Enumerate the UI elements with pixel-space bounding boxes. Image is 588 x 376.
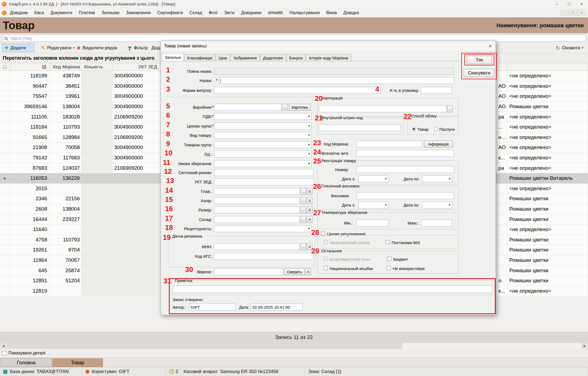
add-button[interactable]: + Додати bbox=[2, 44, 34, 52]
not-used-checkbox[interactable] bbox=[387, 266, 391, 270]
verified-input[interactable] bbox=[214, 268, 283, 275]
filter-button[interactable]: Фільтр bbox=[125, 44, 150, 52]
ukt-input[interactable] bbox=[214, 178, 313, 185]
atc-input[interactable] bbox=[214, 253, 313, 260]
dialog-tab-Додатково[interactable]: Додатково bbox=[260, 54, 286, 61]
menu-item-Склад[interactable]: Склад bbox=[186, 10, 205, 15]
dialog-tab-Загальні[interactable]: Загальні bbox=[162, 53, 184, 61]
dialog-tab-Класифікація[interactable]: Класифікація bbox=[184, 54, 215, 61]
dialog-tab-Ціни[interactable]: Ціни bbox=[216, 54, 230, 61]
footer-tab-main[interactable]: Головна bbox=[1, 358, 52, 367]
mdi-minimize-icon[interactable]: – bbox=[560, 10, 568, 16]
table-cell bbox=[112, 286, 161, 296]
full-name-input[interactable] bbox=[214, 68, 454, 75]
pack-qty-input[interactable] bbox=[421, 87, 452, 94]
delete-row-button[interactable]: × Видалити рядок bbox=[75, 44, 119, 52]
unit-select[interactable] bbox=[214, 151, 312, 157]
morion-code-input[interactable] bbox=[357, 141, 422, 147]
corporation-input[interactable] bbox=[319, 105, 446, 112]
size-clear-button[interactable]: X bbox=[307, 207, 312, 213]
menu-item-Довідник[interactable]: Довідник bbox=[7, 10, 31, 15]
color-input[interactable] bbox=[214, 197, 300, 204]
mdi-restore-icon[interactable]: □ bbox=[569, 10, 577, 16]
horizontal-scrollbar[interactable]: ◀ ▶ bbox=[0, 342, 588, 349]
morion-info-button[interactable]: Інформація bbox=[424, 141, 453, 147]
menu-item-Звіти[interactable]: Звіти bbox=[221, 10, 238, 15]
hyg-date-to-select[interactable] bbox=[422, 202, 452, 208]
menu-item-Платежі[interactable]: Платежі bbox=[75, 10, 98, 15]
conclusion-input[interactable] bbox=[357, 192, 454, 199]
producer-input[interactable] bbox=[214, 104, 282, 111]
color-browse-button[interactable]: ... bbox=[301, 197, 306, 204]
scroll-left-icon[interactable]: ◀ bbox=[1, 343, 6, 348]
release-form-input[interactable] bbox=[214, 87, 381, 94]
dialog-tab-Бонуси[interactable]: Бонуси bbox=[286, 54, 306, 61]
column-header-morion[interactable]: Код Моріона bbox=[50, 63, 82, 71]
menu-item-Довідка[interactable]: Довідка bbox=[340, 10, 362, 15]
decree-863-checkbox[interactable] bbox=[386, 240, 390, 244]
edit-button[interactable]: ✎ Редагувати ▾ bbox=[39, 44, 77, 52]
reg-date-from-select[interactable] bbox=[358, 175, 388, 182]
cashback-checkbox[interactable] bbox=[324, 266, 328, 270]
mnn-input[interactable] bbox=[214, 243, 300, 250]
minimize-icon[interactable]: – bbox=[550, 0, 563, 8]
size-browse-button[interactable]: ... bbox=[301, 207, 306, 213]
close-icon[interactable]: × bbox=[575, 0, 588, 8]
footer-tab-product[interactable]: Товар bbox=[52, 358, 103, 367]
dialog-tab-Історія коду Моріона[interactable]: Історія коду Моріона bbox=[306, 54, 351, 61]
maximize-icon[interactable]: □ bbox=[563, 0, 575, 8]
menu-item-Залишки[interactable]: Залишки bbox=[98, 10, 123, 15]
product-kind-select[interactable] bbox=[214, 132, 312, 139]
menu-item-Філії[interactable]: Філії bbox=[205, 10, 221, 15]
recipe-select[interactable] bbox=[214, 225, 312, 232]
menu-item-Сертифікати[interactable]: Сертифікати bbox=[154, 10, 186, 15]
table-cell bbox=[82, 255, 112, 265]
dialog-close-icon[interactable]: × bbox=[489, 43, 492, 49]
light-mode-input[interactable] bbox=[214, 169, 313, 176]
table-cell: <не определено> bbox=[507, 286, 588, 296]
column-header-qty[interactable]: Кількість bbox=[82, 63, 112, 71]
product-group-select[interactable] bbox=[214, 141, 312, 148]
menu-item-Вікна[interactable]: Вікна bbox=[323, 10, 340, 15]
scroll-thumb[interactable] bbox=[7, 343, 402, 348]
world-name-input[interactable] bbox=[357, 150, 454, 157]
services-radio[interactable] bbox=[434, 127, 438, 131]
vat-select[interactable] bbox=[214, 113, 312, 120]
mnn-browse-button[interactable]: ... bbox=[301, 243, 306, 250]
reg-date-to-select[interactable] bbox=[422, 175, 452, 182]
tab-underline bbox=[162, 61, 461, 61]
name-input[interactable] bbox=[219, 77, 454, 84]
verify-clear-button[interactable]: X bbox=[306, 268, 311, 275]
barcode-input[interactable] bbox=[319, 125, 401, 131]
hyg-date-from-select[interactable] bbox=[358, 202, 388, 208]
menu-item-Замовлення[interactable]: Замовлення bbox=[123, 10, 154, 15]
menu-item-Довідники[interactable]: Довідники bbox=[238, 10, 265, 15]
producer-card-button[interactable]: Карточка bbox=[289, 104, 310, 111]
price-group-select[interactable] bbox=[214, 123, 312, 129]
column-header-id[interactable]: ІД bbox=[10, 63, 50, 71]
reg-number-input[interactable] bbox=[357, 166, 454, 173]
storage-select[interactable] bbox=[214, 160, 312, 167]
refresh-button[interactable]: ↻ Оновити ▾ bbox=[553, 44, 586, 52]
budget-checkbox[interactable] bbox=[387, 257, 391, 261]
corporation-browse-button[interactable]: ... bbox=[447, 105, 453, 112]
dialog-tab-Зображення[interactable]: Зображення bbox=[230, 54, 260, 61]
scroll-right-icon[interactable]: ▶ bbox=[582, 343, 587, 348]
menu-item-eHealth[interactable]: eHealth bbox=[265, 10, 286, 15]
color-clear-button[interactable]: X bbox=[307, 197, 312, 204]
show-details-checkbox[interactable] bbox=[2, 351, 7, 355]
menu-item-Налаштування[interactable]: Налаштування bbox=[286, 10, 323, 15]
menu-item-Каса[interactable]: Каса bbox=[31, 10, 47, 15]
producer-browse-button[interactable]: ... bbox=[282, 104, 288, 111]
warehouse-browse-button[interactable]: ... bbox=[301, 216, 306, 223]
goods-radio[interactable] bbox=[412, 127, 416, 131]
verify-button[interactable]: Сверить bbox=[284, 268, 305, 275]
size-input[interactable] bbox=[214, 207, 300, 213]
warehouse-input[interactable] bbox=[214, 216, 300, 223]
temp-max-input[interactable] bbox=[421, 220, 452, 226]
table-cell: ▸ bbox=[0, 173, 10, 183]
menu-item-Документи[interactable]: Документи bbox=[47, 10, 75, 15]
glav-input[interactable] bbox=[214, 188, 300, 195]
mdi-close-icon[interactable]: × bbox=[578, 10, 586, 16]
column-header-ukt[interactable]: УКТ ЗЕД bbox=[112, 63, 161, 71]
